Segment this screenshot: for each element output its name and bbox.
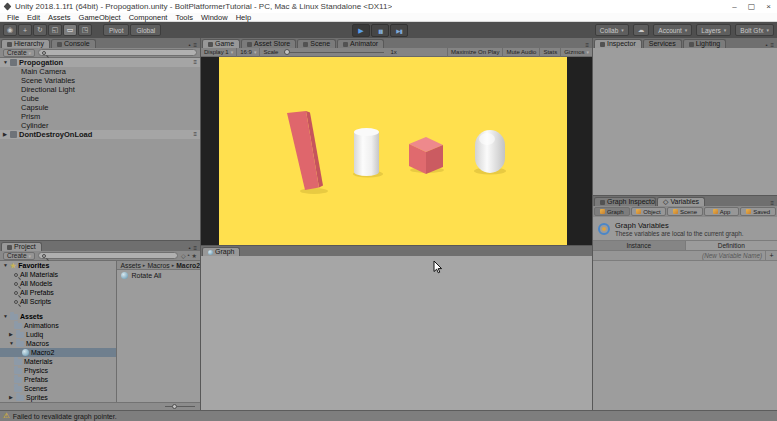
expand-open-icon[interactable]: ▼ xyxy=(3,58,8,67)
hierarchy-item-main-camera[interactable]: Main Camera xyxy=(0,67,200,76)
thumbnail-size-slider[interactable] xyxy=(165,406,195,407)
transform-tool-button[interactable]: ◳ xyxy=(78,24,92,36)
close-button[interactable]: × xyxy=(760,0,777,13)
collab-button[interactable]: Collab ▾ xyxy=(595,24,629,36)
expand-closed-icon[interactable]: ▶ xyxy=(9,393,14,402)
expand-closed-icon[interactable]: ▶ xyxy=(9,330,14,339)
project-create-button[interactable]: Create ▾ xyxy=(3,252,35,260)
save-search-icon[interactable]: ★ xyxy=(192,252,197,259)
tab-console[interactable]: Console xyxy=(51,39,96,48)
breadcrumb-macros[interactable]: Macros xyxy=(147,262,169,269)
maximize-on-play-button[interactable]: Maximize On Play xyxy=(447,48,502,57)
folder-sprites[interactable]: ▶Sprites xyxy=(0,393,116,402)
hierarchy-item-prism[interactable]: Prism xyxy=(0,112,200,121)
favorite-all-prefabs[interactable]: All Prefabs xyxy=(0,288,116,297)
scale-slider[interactable] xyxy=(284,52,384,53)
menu-item-tools[interactable]: Tools xyxy=(171,13,197,22)
search-by-label-icon[interactable]: • xyxy=(188,252,190,259)
hand-tool-button[interactable]: ◉ xyxy=(3,24,17,36)
menu-item-gameobject[interactable]: GameObject xyxy=(75,13,125,22)
definition-tab[interactable]: Definition xyxy=(686,241,777,250)
maximize-button[interactable]: ▢ xyxy=(743,0,760,13)
folder-prefabs[interactable]: Prefabs xyxy=(0,375,116,384)
hierarchy-item-scene-variables[interactable]: Scene Variables xyxy=(0,76,200,85)
account-button[interactable]: Account ▾ xyxy=(653,24,692,36)
folder-ludiq[interactable]: ▶Ludiq xyxy=(0,330,116,339)
favorite-all-scripts[interactable]: All Scripts xyxy=(0,297,116,306)
dontdestroyonload-row[interactable]: ▶ DontDestroyOnLoad ≡ xyxy=(0,130,200,139)
scene-header-row[interactable]: ▼ Propogation ≡ xyxy=(0,58,200,67)
folder-macros[interactable]: ▼Macros xyxy=(0,339,116,348)
folder-physics[interactable]: Physics xyxy=(0,366,116,375)
folder-animations[interactable]: Animations xyxy=(0,321,116,330)
display-dropdown[interactable]: Display 1 ▾ xyxy=(201,48,237,57)
layers-button[interactable]: Layers ▾ xyxy=(696,24,731,36)
instance-tab[interactable]: Instance xyxy=(593,241,686,250)
scope-app-button[interactable]: App xyxy=(704,207,740,216)
scene-menu-icon[interactable]: ≡ xyxy=(193,130,200,139)
expand-open-icon[interactable]: ▼ xyxy=(3,261,8,270)
breadcrumb-assets[interactable]: Assets xyxy=(120,262,140,269)
breadcrumb-macro2[interactable]: Macro2 xyxy=(176,262,200,269)
new-variable-input[interactable]: (New Variable Name) xyxy=(702,252,765,259)
folder-scenes[interactable]: Scenes xyxy=(0,384,116,393)
mute-audio-button[interactable]: Mute Audio xyxy=(502,48,539,57)
layout-button[interactable]: Bolt Gfx ▾ xyxy=(735,24,774,36)
folder-materials[interactable]: Materials xyxy=(0,357,116,366)
expand-open-icon[interactable]: ▼ xyxy=(9,339,14,348)
gizmos-dropdown[interactable]: Gizmos ▾ xyxy=(560,48,592,57)
tab-lighting[interactable]: Lighting xyxy=(683,39,727,48)
tab-variables[interactable]: ◇ Variables xyxy=(657,197,705,206)
global-toggle-button[interactable]: Global xyxy=(130,24,161,36)
aspect-ratio-dropdown[interactable]: 16:9 ▾ xyxy=(237,48,260,57)
graph-canvas[interactable] xyxy=(201,256,592,410)
menu-item-assets[interactable]: Assets xyxy=(44,13,75,22)
pause-button[interactable]: ▮▮ xyxy=(371,24,389,37)
hierarchy-search-input[interactable]: ▾ xyxy=(38,49,197,56)
pivot-toggle-button[interactable]: Pivot xyxy=(103,24,129,36)
scene-menu-icon[interactable]: ≡ xyxy=(193,58,200,67)
asset-macro2-selected[interactable]: Macro2 xyxy=(0,348,116,357)
hierarchy-item-cube[interactable]: Cube xyxy=(0,94,200,103)
scope-saved-button[interactable]: Saved xyxy=(740,207,776,216)
tab-graph-inspector[interactable]: Graph Inspector xyxy=(594,197,656,206)
menu-item-help[interactable]: Help xyxy=(232,13,255,22)
hierarchy-item-cylinder[interactable]: Cylinder xyxy=(0,121,200,130)
favorite-all-materials[interactable]: All Materials xyxy=(0,270,116,279)
slider-knob[interactable] xyxy=(284,49,290,55)
favorites-root[interactable]: ▼ ★ Favorites xyxy=(0,261,116,270)
menu-item-window[interactable]: Window xyxy=(197,13,232,22)
slider-knob[interactable] xyxy=(172,404,177,409)
tab-project[interactable]: Project xyxy=(1,242,42,251)
scale-tool-button[interactable]: ◱ xyxy=(48,24,62,36)
minimize-button[interactable]: – xyxy=(726,0,743,13)
tab-hierarchy[interactable]: Hierarchy xyxy=(1,39,50,48)
game-viewport[interactable] xyxy=(219,57,567,245)
hierarchy-item-capsule[interactable]: Capsule xyxy=(0,103,200,112)
status-bar[interactable]: ⚠ Failed to revalidate graph pointer. xyxy=(0,410,777,421)
favorite-all-models[interactable]: All Models xyxy=(0,279,116,288)
search-by-type-icon[interactable]: ◇ xyxy=(181,252,186,259)
step-button[interactable]: ▶▮ xyxy=(390,24,408,37)
rect-tool-button[interactable]: ▭ xyxy=(63,24,77,36)
stats-button[interactable]: Stats xyxy=(539,48,560,57)
menu-item-component[interactable]: Component xyxy=(125,13,172,22)
menu-item-file[interactable]: File xyxy=(3,13,23,22)
add-variable-button[interactable]: + xyxy=(765,251,777,261)
scope-scene-button[interactable]: Scene xyxy=(667,207,703,216)
tab-inspector[interactable]: Inspector xyxy=(594,39,642,48)
project-search-input[interactable] xyxy=(38,252,178,259)
menu-item-edit[interactable]: Edit xyxy=(23,13,44,22)
hierarchy-item-directional-light[interactable]: Directional Light xyxy=(0,85,200,94)
asset-rotate-all[interactable]: Rotate All xyxy=(117,270,200,279)
rotate-tool-button[interactable]: ↻ xyxy=(33,24,47,36)
cloud-button[interactable]: ☁ xyxy=(633,24,650,36)
expand-closed-icon[interactable]: ▶ xyxy=(3,130,8,139)
scope-object-button[interactable]: Object xyxy=(631,207,667,216)
tab-graph[interactable]: Graph xyxy=(202,247,240,256)
scope-graph-button[interactable]: Graph xyxy=(594,207,630,216)
expand-open-icon[interactable]: ▼ xyxy=(3,312,8,321)
tab-services[interactable]: Services xyxy=(643,39,682,48)
assets-root[interactable]: ▼ Assets xyxy=(0,312,116,321)
hierarchy-create-button[interactable]: Create ▾ xyxy=(3,49,35,57)
